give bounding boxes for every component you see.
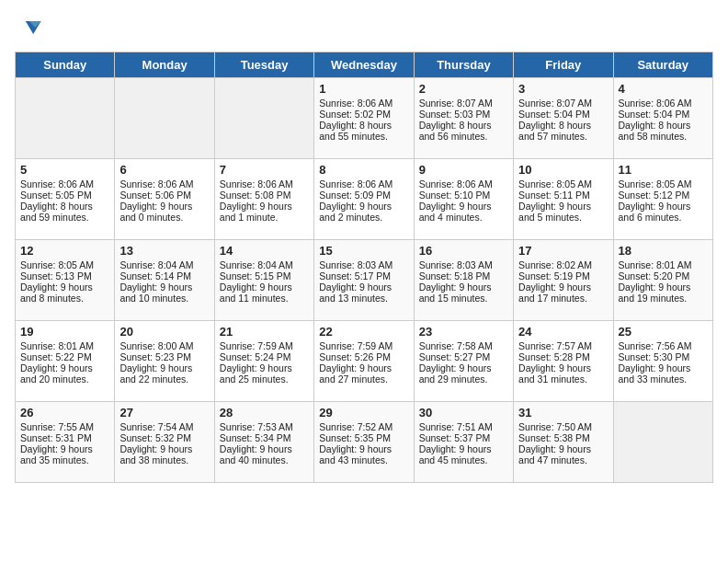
day-number: 9 bbox=[419, 163, 508, 177]
sunrise-label: Sunrise: 8:07 AM bbox=[419, 98, 493, 109]
day-number: 18 bbox=[619, 244, 708, 258]
calendar-cell: 26 Sunrise: 7:55 AM Sunset: 5:31 PM Dayl… bbox=[16, 402, 115, 483]
dow-header: Sunday bbox=[16, 52, 115, 78]
calendar-cell: 31 Sunrise: 7:50 AM Sunset: 5:38 PM Dayl… bbox=[514, 402, 613, 483]
dow-header: Thursday bbox=[414, 52, 513, 78]
daylight-label: Daylight: 9 hours and 2 minutes. bbox=[319, 201, 392, 223]
sunrise-label: Sunrise: 8:04 AM bbox=[119, 259, 193, 270]
sunrise-label: Sunrise: 7:57 AM bbox=[518, 340, 592, 351]
daylight-label: Daylight: 9 hours and 0 minutes. bbox=[119, 201, 192, 223]
sunset-label: Sunset: 5:11 PM bbox=[518, 190, 590, 201]
daylight-label: Daylight: 9 hours and 11 minutes. bbox=[220, 282, 292, 304]
calendar-body: 1 Sunrise: 8:06 AM Sunset: 5:02 PM Dayli… bbox=[16, 78, 713, 483]
day-number: 6 bbox=[119, 163, 209, 177]
calendar-cell: 20 Sunrise: 8:00 AM Sunset: 5:23 PM Dayl… bbox=[115, 321, 214, 402]
day-number: 21 bbox=[220, 325, 309, 339]
daylight-label: Daylight: 9 hours and 27 minutes. bbox=[319, 362, 392, 385]
calendar-cell: 18 Sunrise: 8:01 AM Sunset: 5:20 PM Dayl… bbox=[613, 240, 712, 321]
sunset-label: Sunset: 5:35 PM bbox=[319, 432, 391, 443]
calendar-cell: 11 Sunrise: 8:05 AM Sunset: 5:12 PM Dayl… bbox=[613, 159, 712, 240]
calendar-cell bbox=[214, 78, 313, 159]
calendar-cell bbox=[613, 402, 712, 483]
day-number: 4 bbox=[619, 82, 708, 96]
sunset-label: Sunset: 5:05 PM bbox=[20, 190, 92, 201]
sunrise-label: Sunrise: 8:05 AM bbox=[518, 178, 592, 190]
sunset-label: Sunset: 5:32 PM bbox=[119, 432, 191, 443]
daylight-label: Daylight: 9 hours and 6 minutes. bbox=[619, 201, 691, 223]
calendar-cell: 23 Sunrise: 7:58 AM Sunset: 5:27 PM Dayl… bbox=[414, 321, 513, 402]
sunset-label: Sunset: 5:13 PM bbox=[20, 270, 92, 282]
calendar-week-row: 5 Sunrise: 8:06 AM Sunset: 5:05 PM Dayli… bbox=[16, 159, 713, 240]
calendar-cell: 8 Sunrise: 8:06 AM Sunset: 5:09 PM Dayli… bbox=[314, 159, 414, 240]
daylight-label: Daylight: 9 hours and 10 minutes. bbox=[119, 282, 192, 304]
sunset-label: Sunset: 5:18 PM bbox=[419, 270, 491, 282]
logo bbox=[15, 15, 42, 40]
dow-header: Saturday bbox=[613, 52, 712, 78]
sunrise-label: Sunrise: 7:53 AM bbox=[220, 421, 293, 432]
sunrise-label: Sunrise: 7:55 AM bbox=[20, 421, 94, 432]
calendar-cell bbox=[115, 78, 214, 159]
sunrise-label: Sunrise: 7:59 AM bbox=[220, 340, 293, 351]
calendar-week-row: 26 Sunrise: 7:55 AM Sunset: 5:31 PM Dayl… bbox=[16, 402, 713, 483]
calendar-cell: 29 Sunrise: 7:52 AM Sunset: 5:35 PM Dayl… bbox=[314, 402, 414, 483]
sunset-label: Sunset: 5:28 PM bbox=[518, 351, 590, 362]
daylight-label: Daylight: 9 hours and 5 minutes. bbox=[518, 201, 591, 223]
daylight-label: Daylight: 9 hours and 22 minutes. bbox=[119, 362, 192, 385]
sunset-label: Sunset: 5:24 PM bbox=[220, 351, 291, 362]
days-of-week-row: SundayMondayTuesdayWednesdayThursdayFrid… bbox=[16, 52, 713, 78]
day-number: 11 bbox=[619, 163, 708, 177]
day-number: 25 bbox=[619, 325, 708, 339]
sunrise-label: Sunrise: 7:56 AM bbox=[619, 340, 692, 351]
sunrise-label: Sunrise: 8:04 AM bbox=[220, 259, 293, 270]
day-number: 28 bbox=[220, 406, 309, 419]
day-number: 3 bbox=[518, 82, 608, 96]
sunrise-label: Sunrise: 8:01 AM bbox=[619, 259, 692, 270]
day-number: 31 bbox=[518, 406, 608, 419]
sunset-label: Sunset: 5:37 PM bbox=[419, 432, 491, 443]
day-number: 13 bbox=[119, 244, 209, 258]
calendar-cell: 22 Sunrise: 7:59 AM Sunset: 5:26 PM Dayl… bbox=[314, 321, 414, 402]
sunset-label: Sunset: 5:31 PM bbox=[20, 432, 92, 443]
sunset-label: Sunset: 5:03 PM bbox=[419, 109, 491, 120]
sunrise-label: Sunrise: 8:03 AM bbox=[319, 259, 392, 270]
day-number: 14 bbox=[220, 244, 309, 258]
dow-header: Wednesday bbox=[314, 52, 414, 78]
dow-header: Monday bbox=[115, 52, 214, 78]
day-number: 26 bbox=[20, 406, 109, 419]
day-number: 27 bbox=[119, 406, 209, 419]
calendar-cell: 9 Sunrise: 8:06 AM Sunset: 5:10 PM Dayli… bbox=[414, 159, 513, 240]
daylight-label: Daylight: 8 hours and 58 minutes. bbox=[619, 120, 691, 142]
sunset-label: Sunset: 5:17 PM bbox=[319, 270, 391, 282]
daylight-label: Daylight: 9 hours and 13 minutes. bbox=[319, 282, 392, 304]
sunrise-label: Sunrise: 8:05 AM bbox=[619, 178, 692, 190]
daylight-label: Daylight: 8 hours and 59 minutes. bbox=[20, 201, 93, 223]
sunset-label: Sunset: 5:04 PM bbox=[619, 109, 690, 120]
day-number: 24 bbox=[518, 325, 608, 339]
sunset-label: Sunset: 5:20 PM bbox=[619, 270, 690, 282]
sunset-label: Sunset: 5:34 PM bbox=[220, 432, 291, 443]
sunrise-label: Sunrise: 8:06 AM bbox=[619, 98, 692, 109]
sunset-label: Sunset: 5:26 PM bbox=[319, 351, 391, 362]
calendar-cell: 2 Sunrise: 8:07 AM Sunset: 5:03 PM Dayli… bbox=[414, 78, 513, 159]
dow-header: Tuesday bbox=[214, 52, 313, 78]
daylight-label: Daylight: 9 hours and 1 minute. bbox=[220, 201, 292, 223]
sunrise-label: Sunrise: 8:06 AM bbox=[220, 178, 293, 190]
daylight-label: Daylight: 9 hours and 20 minutes. bbox=[20, 362, 93, 385]
daylight-label: Daylight: 8 hours and 57 minutes. bbox=[518, 120, 591, 142]
calendar-cell: 10 Sunrise: 8:05 AM Sunset: 5:11 PM Dayl… bbox=[514, 159, 613, 240]
calendar-cell: 6 Sunrise: 8:06 AM Sunset: 5:06 PM Dayli… bbox=[115, 159, 214, 240]
day-number: 5 bbox=[20, 163, 109, 177]
day-number: 29 bbox=[319, 406, 408, 419]
calendar-cell: 28 Sunrise: 7:53 AM Sunset: 5:34 PM Dayl… bbox=[214, 402, 313, 483]
sunrise-label: Sunrise: 8:06 AM bbox=[20, 178, 94, 190]
logo-icon bbox=[17, 15, 42, 40]
sunrise-label: Sunrise: 8:07 AM bbox=[518, 98, 592, 109]
calendar-cell: 1 Sunrise: 8:06 AM Sunset: 5:02 PM Dayli… bbox=[314, 78, 414, 159]
calendar-week-row: 1 Sunrise: 8:06 AM Sunset: 5:02 PM Dayli… bbox=[16, 78, 713, 159]
calendar-cell: 27 Sunrise: 7:54 AM Sunset: 5:32 PM Dayl… bbox=[115, 402, 214, 483]
dow-header: Friday bbox=[514, 52, 613, 78]
day-number: 17 bbox=[518, 244, 608, 258]
day-number: 1 bbox=[319, 82, 408, 96]
daylight-label: Daylight: 9 hours and 40 minutes. bbox=[220, 443, 292, 465]
calendar-cell: 7 Sunrise: 8:06 AM Sunset: 5:08 PM Dayli… bbox=[214, 159, 313, 240]
